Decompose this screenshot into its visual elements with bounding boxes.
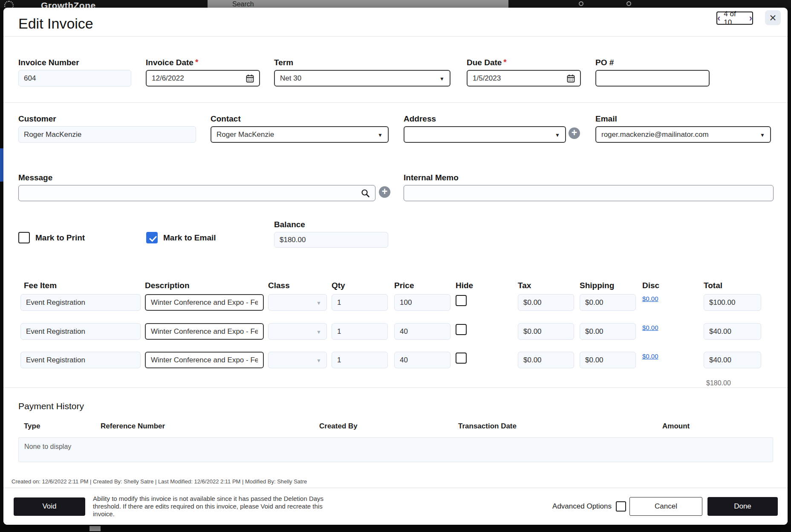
close-button[interactable]	[765, 10, 781, 25]
search-icon[interactable]	[361, 189, 370, 198]
term-value: Net 30	[280, 74, 301, 83]
invoice-date-input[interactable]	[152, 74, 242, 83]
col-header-hide: Hide	[456, 281, 473, 290]
message-label: Message	[18, 173, 375, 182]
po-number-input[interactable]	[601, 74, 704, 83]
po-number-label: PO #	[595, 58, 710, 67]
fee-item-field	[20, 323, 141, 340]
mark-to-email-label: Mark to Email	[163, 233, 216, 243]
message-field[interactable]	[18, 185, 375, 201]
ph-col-amount: Amount	[662, 422, 690, 431]
due-date-input[interactable]	[473, 74, 563, 83]
pager-prev-button[interactable]	[717, 14, 720, 23]
invoice-number-field	[18, 70, 131, 87]
discount-link[interactable]: $0.00	[642, 295, 658, 302]
app-search-label: Search	[232, 0, 254, 8]
cancel-button[interactable]: Cancel	[629, 497, 702, 516]
hide-checkbox[interactable]	[456, 353, 467, 364]
balance-field	[274, 232, 388, 248]
internal-memo-field[interactable]	[404, 185, 774, 201]
term-dropdown[interactable]: Net 30	[274, 70, 450, 87]
void-button[interactable]: Void	[14, 497, 85, 516]
pager-next-button[interactable]	[749, 14, 752, 23]
internal-memo-label: Internal Memo	[404, 173, 774, 182]
payment-history-title: Payment History	[18, 401, 84, 411]
total-field	[704, 294, 761, 311]
invoice-date-group: Invoice Date	[146, 58, 260, 87]
add-address-button[interactable]	[569, 127, 580, 139]
discount-link[interactable]: $0.00	[642, 324, 658, 331]
price-field	[394, 323, 450, 340]
customer-label: Customer	[18, 114, 196, 124]
page-bottom-edge	[0, 525, 791, 532]
topbar-icon	[626, 1, 631, 6]
col-header-total: Total	[704, 281, 722, 290]
tax-field	[518, 352, 574, 368]
mark-to-email-checkbox[interactable]	[146, 232, 158, 243]
message-input[interactable]	[24, 189, 358, 197]
address-label: Address	[404, 114, 566, 124]
email-dropdown[interactable]: roger.mackenzie@mailinator.com	[595, 126, 771, 143]
contact-dropdown[interactable]: Roger MacKenzie	[211, 126, 389, 143]
total-field	[704, 352, 761, 368]
contact-value: Roger MacKenzie	[217, 130, 274, 139]
price-field	[394, 294, 450, 311]
hide-checkbox[interactable]	[456, 295, 467, 306]
term-group: Term Net 30	[274, 58, 450, 87]
chevron-down-icon	[555, 130, 560, 139]
contact-label: Contact	[211, 114, 389, 124]
mark-to-print-checkbox[interactable]	[18, 232, 30, 243]
record-pager: 4 of 10	[716, 12, 753, 25]
class-dropdown	[268, 352, 327, 368]
col-header-disc: Disc	[642, 281, 659, 290]
qty-field	[332, 323, 388, 340]
shipping-field	[580, 352, 636, 368]
add-message-button[interactable]	[379, 186, 390, 198]
qty-field	[332, 352, 388, 368]
balance-label: Balance	[274, 220, 388, 229]
section-divider	[3, 387, 788, 388]
modify-warning-text: Ability to modify this invoice is not av…	[93, 495, 332, 518]
section-divider	[3, 102, 788, 103]
description-field[interactable]	[145, 352, 264, 368]
app-topbar: GrowthZone Search	[0, 0, 791, 8]
advanced-options-checkbox[interactable]	[616, 501, 626, 512]
pager-label: 4 of 10	[724, 10, 745, 27]
col-header-class: Class	[268, 281, 290, 290]
chevron-down-icon	[378, 130, 383, 139]
col-header-description: Description	[145, 281, 190, 290]
calendar-icon[interactable]	[567, 74, 575, 83]
header-divider	[3, 36, 788, 37]
due-date-field[interactable]	[467, 70, 581, 87]
description-field[interactable]	[145, 323, 264, 340]
customer-group: Customer	[18, 114, 196, 143]
done-button[interactable]: Done	[707, 497, 778, 516]
invoice-number-group: Invoice Number	[18, 58, 131, 87]
edit-invoice-modal: Edit Invoice 4 of 10 Invoice Number Invo…	[3, 8, 788, 525]
calendar-icon[interactable]	[246, 74, 254, 83]
qty-field	[332, 294, 388, 311]
invoice-line-row: $0.00	[3, 352, 788, 370]
audit-meta: Created on: 12/6/2022 2:11 PM | Created …	[12, 478, 307, 485]
col-header-fee-item: Fee Item	[24, 281, 57, 290]
internal-memo-input[interactable]	[409, 189, 768, 197]
address-dropdown[interactable]	[404, 126, 566, 143]
due-date-label: Due Date	[467, 58, 581, 67]
email-label: Email	[595, 114, 771, 124]
hide-checkbox[interactable]	[456, 324, 467, 335]
description-field[interactable]	[145, 294, 264, 311]
po-number-field[interactable]	[595, 70, 710, 87]
tax-field	[518, 294, 574, 311]
chevron-down-icon	[316, 327, 321, 336]
address-group: Address	[404, 114, 566, 143]
chevron-down-icon	[439, 74, 445, 83]
invoice-date-field[interactable]	[146, 70, 260, 87]
total-field	[704, 323, 761, 340]
tax-field	[518, 323, 574, 340]
term-label: Term	[274, 58, 450, 67]
invoice-date-label: Invoice Date	[146, 58, 260, 67]
page-left-accent	[0, 148, 3, 182]
customer-field	[18, 126, 196, 143]
topbar-icon	[579, 1, 583, 6]
discount-link[interactable]: $0.00	[642, 353, 658, 360]
